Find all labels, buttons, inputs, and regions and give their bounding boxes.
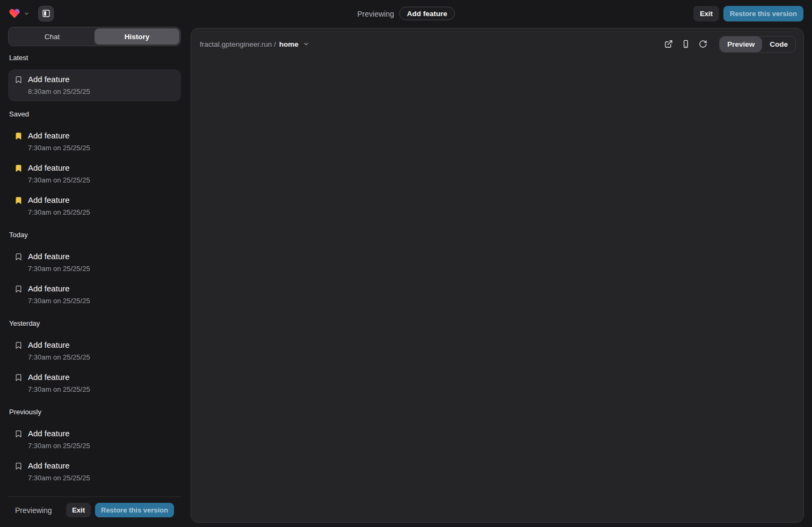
sidebar-footer: Previewing Exit Restore this version [8, 496, 181, 523]
history-item-title: Add feature [28, 371, 90, 383]
history-section: Saved Add feature 7:30am on 25/25/25 Add… [8, 110, 181, 222]
history-section-title: Latest [9, 54, 180, 62]
mobile-view-button[interactable] [678, 36, 693, 52]
version-name-badge: Add feature [400, 7, 455, 20]
lovable-heart-logo-icon [9, 8, 20, 19]
open-in-new-tab-button[interactable] [661, 36, 676, 52]
bookmark-filled-icon [15, 132, 23, 140]
history-item-title: Add feature [28, 460, 90, 472]
workspace-menu-chevron-down-icon[interactable] [24, 11, 30, 17]
history-item-title: Add feature [28, 194, 90, 206]
bookmark-icon [15, 430, 23, 438]
preview-panel: fractal.gptengineer.run / home [191, 28, 804, 523]
topbar: Previewing Add feature Exit Restore this… [0, 0, 812, 27]
mobile-icon [682, 40, 690, 48]
history-item[interactable]: Add feature 7:30am on 25/25/25 [8, 190, 181, 222]
history-item-timestamp: 7:30am on 25/25/25 [28, 473, 90, 484]
restore-version-button[interactable]: Restore this version [723, 6, 803, 21]
topbar-center-group: Previewing Add feature [357, 7, 455, 20]
history-item[interactable]: Add feature 7:30am on 25/25/25 [8, 423, 181, 456]
bookmark-icon [15, 462, 23, 470]
history-item-timestamp: 7:30am on 25/25/25 [28, 352, 90, 363]
history-section: Latest Add feature 8:30am on 25/25/25 [8, 54, 181, 101]
topbar-left-group [9, 6, 54, 21]
history-item[interactable]: Add feature 7:30am on 25/25/25 [8, 246, 181, 279]
panel-left-icon [42, 9, 50, 18]
history-item-title: Add feature [28, 339, 90, 351]
preview-content [191, 55, 803, 522]
history-section: Yesterday Add feature 7:30am on 25/25/25… [8, 319, 181, 399]
refresh-button[interactable] [695, 36, 711, 52]
history-item[interactable]: Add feature 7:30am on 25/25/25 [8, 367, 181, 399]
history-item[interactable]: Add feature 8:30am on 25/25/25 [8, 69, 181, 101]
history-section-title: Saved [9, 110, 180, 118]
history-sidebar: Chat History Latest Add feature 8:30am o… [8, 27, 181, 523]
preview-header-actions: Preview Code [661, 36, 796, 53]
bookmark-icon [15, 76, 23, 84]
history-section-title: Today [9, 231, 180, 239]
sidebar-toggle-button[interactable] [38, 6, 54, 21]
history-item-title: Add feature [28, 74, 90, 85]
preview-panel-header: fractal.gptengineer.run / home [191, 33, 803, 55]
history-item-title: Add feature [28, 162, 90, 174]
history-item-timestamp: 7:30am on 25/25/25 [28, 441, 90, 451]
toggle-preview[interactable]: Preview [720, 36, 762, 52]
exit-button[interactable]: Exit [693, 6, 719, 21]
bookmark-filled-icon [15, 196, 23, 204]
history-item[interactable]: Add feature 7:30am on 25/25/25 [8, 158, 181, 190]
history-item-title: Add feature [28, 283, 90, 295]
preview-url-prefix: fractal.gptengineer.run / [200, 40, 276, 48]
bookmark-icon [15, 341, 23, 349]
history-item-timestamp: 7:30am on 25/25/25 [28, 384, 90, 395]
bookmark-filled-icon [15, 164, 23, 172]
chat-history-tabs: Chat History [8, 27, 181, 46]
topbar-right-group: Exit Restore this version [693, 6, 803, 21]
history-item[interactable]: Add feature 7:30am on 25/25/25 [8, 126, 181, 158]
bookmark-icon [15, 374, 23, 382]
history-item[interactable]: Add feature 7:30am on 25/25/25 [8, 456, 181, 488]
footer-exit-button[interactable]: Exit [66, 503, 91, 517]
history-item-timestamp: 7:30am on 25/25/25 [28, 207, 90, 218]
bookmark-icon [15, 285, 23, 293]
history-section-title: Yesterday [9, 319, 180, 327]
footer-restore-version-button[interactable]: Restore this version [95, 503, 174, 517]
tab-chat[interactable]: Chat [10, 28, 95, 45]
history-item-title: Add feature [28, 130, 90, 142]
open-in-new-icon [664, 40, 673, 48]
footer-previewing-label: Previewing [15, 506, 52, 515]
history-item-timestamp: 8:30am on 25/25/25 [28, 86, 90, 97]
url-chevron-down-icon [303, 41, 309, 47]
history-item-timestamp: 7:30am on 25/25/25 [28, 264, 90, 274]
history-item-timestamp: 7:30am on 25/25/25 [28, 296, 90, 306]
previewing-label: Previewing [357, 9, 394, 18]
history-item-timestamp: 7:30am on 25/25/25 [28, 143, 90, 153]
toggle-code[interactable]: Code [762, 36, 795, 52]
bookmark-icon [15, 253, 23, 261]
history-section: Previously Add feature 7:30am on 25/25/2… [8, 408, 181, 488]
refresh-icon [699, 40, 707, 48]
history-item-timestamp: 7:30am on 25/25/25 [28, 175, 90, 186]
preview-url-dropdown[interactable]: fractal.gptengineer.run / home [200, 40, 309, 48]
preview-url-page: home [279, 40, 299, 48]
tab-history[interactable]: History [95, 28, 179, 45]
history-item[interactable]: Add feature 7:30am on 25/25/25 [8, 279, 181, 311]
preview-code-toggle: Preview Code [719, 36, 796, 53]
history-item-title: Add feature [28, 428, 90, 440]
history-list: Latest Add feature 8:30am on 25/25/25 Sa… [8, 49, 181, 496]
history-item[interactable]: Add feature 7:30am on 25/25/25 [8, 335, 181, 367]
history-section: Today Add feature 7:30am on 25/25/25 Add… [8, 231, 181, 311]
history-item-title: Add feature [28, 251, 90, 262]
history-section-title: Previously [9, 408, 180, 416]
